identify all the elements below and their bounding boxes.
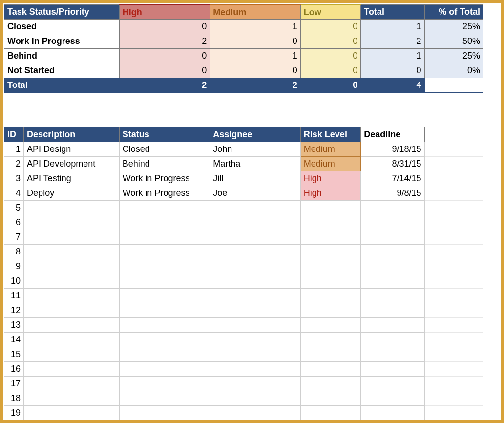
cell-deadline[interactable]: 8/31/15 bbox=[361, 157, 424, 171]
cell-status[interactable] bbox=[119, 406, 210, 421]
summary-cell[interactable]: 50% bbox=[424, 34, 483, 49]
cell-id[interactable]: 8 bbox=[4, 245, 24, 259]
tasks-col-deadline[interactable]: Deadline bbox=[361, 127, 424, 142]
cell-description[interactable] bbox=[24, 391, 120, 406]
summary-cell[interactable]: 0 bbox=[119, 63, 210, 78]
cell-assignee[interactable] bbox=[210, 215, 301, 230]
cell-description[interactable] bbox=[24, 377, 120, 391]
cell-status[interactable] bbox=[119, 362, 210, 377]
cell-description[interactable] bbox=[24, 318, 120, 333]
cell-filler[interactable] bbox=[424, 347, 483, 362]
cell-deadline[interactable] bbox=[361, 274, 424, 289]
summary-cell[interactable]: 2 bbox=[361, 34, 424, 49]
cell-deadline[interactable]: 9/18/15 bbox=[361, 142, 424, 157]
cell-id[interactable]: 15 bbox=[4, 347, 24, 362]
cell-risk[interactable] bbox=[300, 391, 360, 406]
cell-id[interactable]: 13 bbox=[4, 318, 24, 333]
cell-status[interactable] bbox=[119, 318, 210, 333]
cell-deadline[interactable] bbox=[361, 333, 424, 347]
cell-assignee[interactable] bbox=[210, 274, 301, 289]
summary-cell[interactable]: 0 bbox=[210, 63, 301, 78]
cell-filler[interactable] bbox=[424, 406, 483, 421]
cell-description[interactable] bbox=[24, 201, 120, 215]
cell-deadline[interactable] bbox=[361, 377, 424, 391]
cell-filler[interactable] bbox=[424, 142, 483, 157]
cell-risk[interactable] bbox=[300, 333, 360, 347]
summary-cell[interactable]: 0% bbox=[424, 63, 483, 78]
cell-status[interactable] bbox=[119, 245, 210, 259]
cell-deadline[interactable] bbox=[361, 391, 424, 406]
cell-assignee[interactable] bbox=[210, 289, 301, 303]
cell-risk[interactable] bbox=[300, 406, 360, 421]
cell-filler[interactable] bbox=[424, 201, 483, 215]
cell-id[interactable]: 10 bbox=[4, 274, 24, 289]
cell-filler[interactable] bbox=[424, 274, 483, 289]
cell-risk[interactable] bbox=[300, 259, 360, 274]
cell-risk[interactable] bbox=[300, 318, 360, 333]
tasks-col-id[interactable]: ID bbox=[4, 127, 24, 142]
cell-status[interactable] bbox=[119, 259, 210, 274]
cell-risk[interactable]: High bbox=[300, 186, 360, 201]
cell-id[interactable]: 12 bbox=[4, 303, 24, 318]
cell-id[interactable]: 9 bbox=[4, 259, 24, 274]
cell-risk[interactable] bbox=[300, 377, 360, 391]
cell-id[interactable]: 3 bbox=[4, 171, 24, 186]
cell-deadline[interactable] bbox=[361, 289, 424, 303]
cell-filler[interactable] bbox=[424, 391, 483, 406]
cell-risk[interactable] bbox=[300, 230, 360, 245]
cell-risk[interactable] bbox=[300, 201, 360, 215]
cell-status[interactable] bbox=[119, 303, 210, 318]
cell-filler[interactable] bbox=[424, 157, 483, 171]
summary-cell[interactable]: 0 bbox=[300, 34, 360, 49]
cell-filler[interactable] bbox=[424, 259, 483, 274]
summary-table[interactable]: Task Status/Priority High Medium Low Tot… bbox=[4, 4, 483, 93]
summary-total-cell[interactable]: 2 bbox=[210, 78, 301, 93]
cell-id[interactable]: 16 bbox=[4, 362, 24, 377]
cell-status[interactable] bbox=[119, 215, 210, 230]
cell-deadline[interactable] bbox=[361, 230, 424, 245]
cell-description[interactable] bbox=[24, 347, 120, 362]
summary-col-pct[interactable]: % of Total bbox=[424, 5, 483, 20]
cell-description[interactable] bbox=[24, 230, 120, 245]
cell-id[interactable]: 1 bbox=[4, 142, 24, 157]
cell-deadline[interactable] bbox=[361, 318, 424, 333]
cell-id[interactable]: 18 bbox=[4, 391, 24, 406]
cell-description[interactable] bbox=[24, 215, 120, 230]
cell-filler[interactable] bbox=[424, 377, 483, 391]
cell-filler[interactable] bbox=[424, 230, 483, 245]
cell-status[interactable] bbox=[119, 230, 210, 245]
cell-deadline[interactable] bbox=[361, 406, 424, 421]
cell-risk[interactable] bbox=[300, 362, 360, 377]
summary-total-cell[interactable]: 4 bbox=[361, 78, 424, 93]
cell-assignee[interactable] bbox=[210, 259, 301, 274]
cell-status[interactable] bbox=[119, 333, 210, 347]
cell-risk[interactable] bbox=[300, 347, 360, 362]
cell-deadline[interactable] bbox=[361, 201, 424, 215]
cell-assignee[interactable] bbox=[210, 406, 301, 421]
cell-id[interactable]: 19 bbox=[4, 406, 24, 421]
cell-status[interactable] bbox=[119, 391, 210, 406]
summary-col-medium[interactable]: Medium bbox=[210, 5, 301, 20]
summary-cell[interactable]: 25% bbox=[424, 20, 483, 34]
cell-filler[interactable] bbox=[424, 171, 483, 186]
spreadsheet-sheet[interactable]: Task Status/Priority High Medium Low Tot… bbox=[0, 0, 504, 423]
summary-cell[interactable]: 0 bbox=[300, 63, 360, 78]
summary-col-low[interactable]: Low bbox=[300, 5, 360, 20]
cell-id[interactable]: 7 bbox=[4, 230, 24, 245]
summary-total-blank[interactable] bbox=[424, 78, 483, 93]
summary-cell[interactable]: 1 bbox=[210, 49, 301, 63]
cell-filler[interactable] bbox=[424, 215, 483, 230]
cell-deadline[interactable] bbox=[361, 303, 424, 318]
cell-assignee[interactable]: Martha bbox=[210, 157, 301, 171]
cell-assignee[interactable] bbox=[210, 318, 301, 333]
cell-status[interactable]: Work in Progress bbox=[119, 186, 210, 201]
cell-id[interactable]: 4 bbox=[4, 186, 24, 201]
summary-total-label[interactable]: Total bbox=[4, 78, 120, 93]
cell-id[interactable]: 5 bbox=[4, 201, 24, 215]
cell-filler[interactable] bbox=[424, 303, 483, 318]
summary-col-high[interactable]: High bbox=[119, 5, 210, 20]
cell-description[interactable] bbox=[24, 333, 120, 347]
cell-risk[interactable] bbox=[300, 215, 360, 230]
cell-assignee[interactable]: John bbox=[210, 142, 301, 157]
cell-description[interactable] bbox=[24, 245, 120, 259]
